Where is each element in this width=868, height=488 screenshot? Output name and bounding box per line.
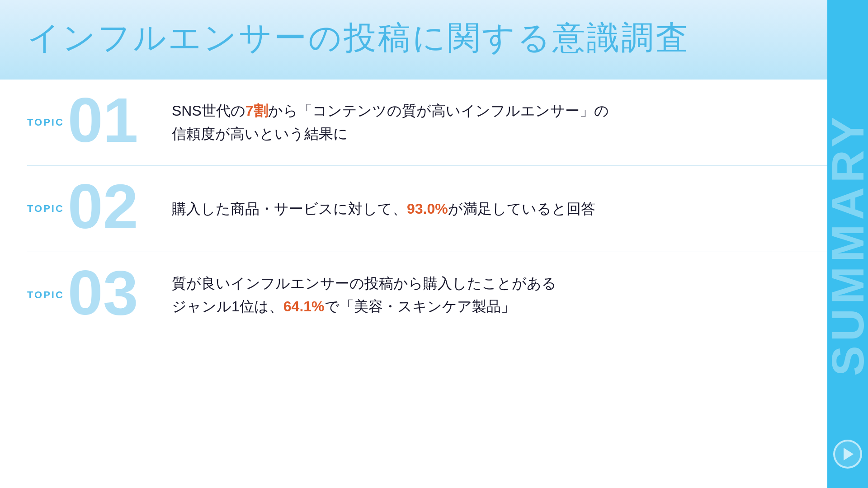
- topic-03-number-block: TOPIC 03: [27, 266, 172, 324]
- topic-03-text-before: ジャンル1位は、: [172, 298, 283, 314]
- play-icon-container: [827, 434, 868, 474]
- topic-03-highlight: 64.1%: [283, 298, 325, 314]
- topic-02-description: 購入した商品・サービスに対して、93.0%が満足していると回答: [172, 197, 841, 221]
- topic-02-number: 02: [68, 175, 138, 238]
- play-triangle-icon: [844, 448, 854, 460]
- topic-02-row: TOPIC 02 購入した商品・サービスに対して、93.0%が満足していると回答: [27, 166, 841, 252]
- summary-sidebar: SUMMARY: [827, 0, 868, 488]
- page-title: インフルエンサーの投稿に関する意識調査: [27, 18, 841, 57]
- topic-01-number: 01: [68, 89, 138, 152]
- topic-01-text-before: SNS世代の: [172, 103, 245, 119]
- topic-03-label: TOPIC: [27, 289, 64, 301]
- topic-01-row: TOPIC 01 SNS世代の7割から「コンテンツの質が高いインフルエンサー」の…: [27, 80, 841, 166]
- topic-01-highlight: 7割: [245, 103, 268, 119]
- topic-02-text-before: 購入した商品・サービスに対して、: [172, 201, 407, 217]
- main-content: TOPIC 01 SNS世代の7割から「コンテンツの質が高いインフルエンサー」の…: [0, 80, 868, 338]
- topic-03-text-after: で「美容・スキンケア製品」: [325, 298, 515, 314]
- topic-02-highlight: 93.0%: [407, 201, 448, 217]
- header-section: インフルエンサーの投稿に関する意識調査: [0, 0, 868, 80]
- topic-01-text-after: から「コンテンツの質が高いインフルエンサー」の: [268, 103, 609, 119]
- topic-03-description: 質が良いインフルエンサーの投稿から購入したことがある ジャンル1位は、64.1%…: [172, 272, 841, 318]
- topic-01-text-line2: 信頼度が高いという結果に: [172, 126, 348, 142]
- topic-01-number-block: TOPIC 01: [27, 93, 172, 152]
- topic-02-text-after: が満足していると回答: [448, 201, 595, 217]
- topic-02-number-block: TOPIC 02: [27, 179, 172, 238]
- topic-01-label: TOPIC: [27, 117, 64, 128]
- topic-03-row: TOPIC 03 質が良いインフルエンサーの投稿から購入したことがある ジャンル…: [27, 252, 841, 338]
- topic-03-number: 03: [68, 261, 138, 324]
- play-button-icon: [833, 440, 862, 469]
- topic-02-label: TOPIC: [27, 203, 64, 215]
- summary-label: SUMMARY: [827, 113, 868, 376]
- topic-01-description: SNS世代の7割から「コンテンツの質が高いインフルエンサー」の 信頼度が高いとい…: [172, 99, 841, 145]
- topic-03-text-line1: 質が良いインフルエンサーの投稿から購入したことがある: [172, 275, 557, 291]
